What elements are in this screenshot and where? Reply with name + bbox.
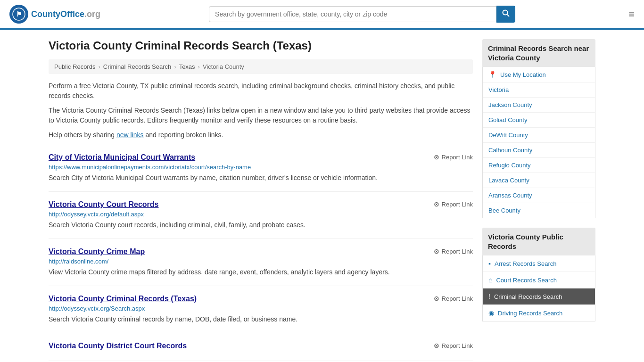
result-item: City of Victoria Municipal Court Warrant… [49,145,473,192]
record-icon-2: ! [488,293,490,300]
record-item-0: ▪ Arrest Records Search [483,255,595,272]
record-link-2[interactable]: ! Criminal Records Search [483,288,595,304]
menu-button[interactable]: ≡ [628,8,635,20]
report-label-4: Report Link [442,342,473,349]
report-link-4[interactable]: ⊗ Report Link [434,342,473,349]
result-url-0: https://www.municipalonlinepayments.com/… [49,164,473,171]
record-label-1: Court Records Search [496,277,557,284]
report-link-0[interactable]: ⊗ Report Link [434,153,473,161]
record-label-0: Arrest Records Search [495,260,557,267]
result-desc-2: View Victoria County crime maps filtered… [49,267,473,277]
search-bar [209,6,515,23]
records-heading: Victoria County Public Records [482,228,595,255]
result-item: Victoria County District Court Records ⊗… [49,333,473,361]
nearby-link-4[interactable]: DeWitt County [483,128,595,143]
breadcrumb-texas[interactable]: Texas [179,63,195,70]
desc-para2: The Victoria County Criminal Records Sea… [49,106,473,125]
result-title-4[interactable]: Victoria County District Court Records [49,342,187,350]
nearby-section: Criminal Records Search near Victoria Co… [482,39,595,218]
result-title-2[interactable]: Victoria County Crime Map [49,247,145,256]
nearby-item-label-4: DeWitt County [488,132,528,139]
search-button[interactable] [496,6,515,23]
report-icon-3: ⊗ [434,295,439,302]
breadcrumb-criminal-records[interactable]: Criminal Records Search [103,63,172,70]
result-desc-0: Search City of Victoria Municipal Court … [49,173,473,183]
report-link-2[interactable]: ⊗ Report Link [434,247,473,255]
report-link-1[interactable]: ⊗ Report Link [434,200,473,208]
main-container: Victoria County Criminal Records Search … [39,39,605,361]
nearby-item-6: Refugio County [483,158,595,173]
nearby-link-8[interactable]: Aransas County [483,188,595,203]
report-icon-2: ⊗ [434,247,439,255]
record-item-2: ! Criminal Records Search [483,288,595,305]
result-title-3[interactable]: Victoria County Criminal Records (Texas) [49,295,197,303]
nearby-link-9[interactable]: Bee County [483,203,595,218]
result-desc-1: Search Victoria County court records, in… [49,220,473,230]
result-item: Victoria County Court Records ⊗ Report L… [49,192,473,239]
nearby-item-5: Calhoun County [483,143,595,158]
nearby-link-7[interactable]: Lavaca County [483,173,595,188]
logo[interactable]: ⚑ CountyOffice.org [9,5,100,24]
breadcrumb-current: Victoria County [203,63,244,70]
report-icon-1: ⊗ [434,200,439,208]
report-icon-0: ⊗ [434,153,439,161]
public-records-section: Victoria County Public Records ▪ Arrest … [482,228,595,321]
result-item: Victoria County Criminal Records (Texas)… [49,286,473,333]
nearby-item-9: Bee County [483,203,595,218]
use-my-location-link[interactable]: 📍 Use My Location [483,67,595,82]
nearby-item-0: 📍 Use My Location [483,67,595,82]
report-link-3[interactable]: ⊗ Report Link [434,295,473,302]
result-url-3: http://odyssey.vctx.org/Search.aspx [49,305,473,312]
result-title-0[interactable]: City of Victoria Municipal Court Warrant… [49,153,195,162]
result-item: Victoria County Crime Map ⊗ Report Link … [49,239,473,286]
breadcrumb-public-records[interactable]: Public Records [54,63,95,70]
record-link-1[interactable]: ⌂ Court Records Search [483,272,595,288]
nearby-link-5[interactable]: Calhoun County [483,143,595,158]
result-desc-3: Search Victoria County criminal records … [49,314,473,324]
desc-para3: Help others by sharing new links and rep… [49,130,473,140]
records-list: ▪ Arrest Records Search ⌂ Court Records … [482,255,595,321]
nearby-link-3[interactable]: Goliad County [483,113,595,128]
result-url-2: http://raidsonline.com/ [49,258,473,265]
new-links-link[interactable]: new links [116,131,144,139]
nearby-heading: Criminal Records Search near Victoria Co… [482,39,595,67]
nearby-item-label-0: Use My Location [500,71,546,78]
nearby-item-4: DeWitt County [483,128,595,143]
nearby-link-1[interactable]: Victoria [483,82,595,98]
nearby-item-label-1: Victoria [488,86,509,93]
result-title-1[interactable]: Victoria County Court Records [49,200,159,209]
record-icon-0: ▪ [488,260,491,267]
content-area: Victoria County Criminal Records Search … [49,39,473,361]
breadcrumb: Public Records › Criminal Records Search… [49,59,473,74]
page-title: Victoria County Criminal Records Search … [49,39,473,52]
nearby-link-6[interactable]: Refugio County [483,158,595,173]
record-label-3: Driving Records Search [498,310,562,317]
nearby-link-2[interactable]: Jackson County [483,98,595,113]
report-label-1: Report Link [442,201,473,208]
nearby-item-7: Lavaca County [483,173,595,188]
nearby-item-1: Victoria [483,82,595,98]
location-pin-icon: 📍 [488,71,496,78]
logo-text: CountyOffice.org [31,9,100,19]
record-link-3[interactable]: ◉ Driving Records Search [483,305,595,321]
svg-text:⚑: ⚑ [16,10,22,18]
record-link-0[interactable]: ▪ Arrest Records Search [483,255,595,272]
report-icon-4: ⊗ [434,342,439,349]
record-label-2: Criminal Records Search [494,293,562,300]
report-label-0: Report Link [442,154,473,161]
nearby-item-label-7: Lavaca County [488,177,529,184]
nearby-item-label-2: Jackson County [488,101,532,108]
nearby-item-2: Jackson County [483,98,595,113]
header-right: ≡ [624,8,635,20]
results-list: City of Victoria Municipal Court Warrant… [49,145,473,361]
search-input[interactable] [209,6,496,22]
svg-point-2 [503,10,508,15]
site-header: ⚑ CountyOffice.org ≡ [0,0,644,30]
desc-para1: Perform a free Victoria County, TX publi… [49,81,473,101]
nearby-item-label-3: Goliad County [488,116,527,123]
nearby-item-label-6: Refugio County [488,162,531,169]
nearby-item-label-9: Bee County [488,207,520,214]
nearby-item-label-8: Aransas County [488,192,532,199]
report-label-3: Report Link [442,295,473,302]
logo-icon: ⚑ [9,5,28,24]
